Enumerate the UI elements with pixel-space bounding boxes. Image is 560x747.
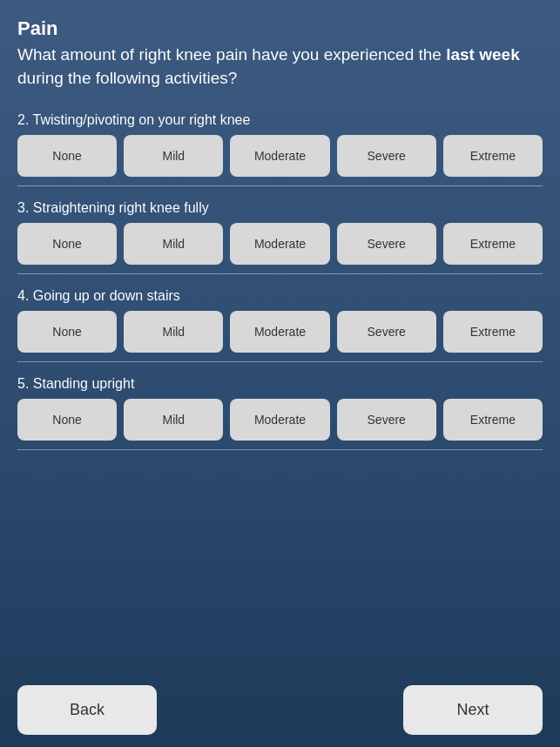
question-section-q2: 2. Twisting/pivoting on your right kneeN…	[17, 104, 543, 186]
page-title: Pain	[17, 17, 543, 40]
option-q4-moderate[interactable]: Moderate	[230, 311, 329, 353]
question-section-q5: 5. Standing uprightNoneMildModerateSever…	[17, 367, 543, 450]
option-q2-none[interactable]: None	[17, 135, 117, 177]
option-q5-severe[interactable]: Severe	[337, 399, 436, 441]
option-q4-none[interactable]: None	[17, 311, 117, 353]
question-label-q3: 3. Straightening right knee fully	[17, 192, 543, 216]
option-q3-mild[interactable]: Mild	[124, 223, 223, 265]
divider-q3	[17, 273, 543, 274]
option-q5-extreme[interactable]: Extreme	[443, 399, 543, 441]
divider-q2	[17, 185, 543, 186]
divider-q5	[17, 449, 543, 450]
question-section-q4: 4. Going up or down stairsNoneMildModera…	[17, 279, 543, 362]
options-row-q2: NoneMildModerateSevereExtreme	[17, 135, 543, 177]
option-q4-severe[interactable]: Severe	[337, 311, 436, 353]
divider-q4	[17, 361, 543, 362]
option-q5-none[interactable]: None	[17, 399, 117, 441]
page-subtitle: What amount of right knee pain have you …	[17, 44, 543, 90]
option-q4-mild[interactable]: Mild	[124, 311, 223, 353]
option-q2-extreme[interactable]: Extreme	[443, 135, 543, 177]
questions-content: 2. Twisting/pivoting on your right kneeN…	[0, 104, 560, 673]
option-q2-severe[interactable]: Severe	[337, 135, 436, 177]
question-section-q3: 3. Straightening right knee fullyNoneMil…	[17, 192, 543, 274]
footer: Back Next	[0, 673, 560, 747]
header: Pain What amount of right knee pain have…	[0, 0, 560, 104]
option-q2-mild[interactable]: Mild	[124, 135, 223, 177]
option-q2-moderate[interactable]: Moderate	[230, 135, 329, 177]
option-q3-none[interactable]: None	[17, 223, 117, 265]
option-q3-moderate[interactable]: Moderate	[230, 223, 329, 265]
options-row-q4: NoneMildModerateSevereExtreme	[17, 311, 543, 353]
options-row-q5: NoneMildModerateSevereExtreme	[17, 399, 543, 441]
question-label-q2: 2. Twisting/pivoting on your right knee	[17, 104, 543, 128]
option-q3-severe[interactable]: Severe	[337, 223, 436, 265]
option-q5-moderate[interactable]: Moderate	[230, 399, 329, 441]
option-q4-extreme[interactable]: Extreme	[443, 311, 543, 353]
back-button[interactable]: Back	[17, 685, 157, 735]
question-label-q4: 4. Going up or down stairs	[17, 279, 543, 304]
option-q5-mild[interactable]: Mild	[124, 399, 223, 441]
question-label-q5: 5. Standing upright	[17, 367, 543, 392]
options-row-q3: NoneMildModerateSevereExtreme	[17, 223, 543, 265]
next-button[interactable]: Next	[403, 685, 543, 735]
option-q3-extreme[interactable]: Extreme	[443, 223, 543, 265]
